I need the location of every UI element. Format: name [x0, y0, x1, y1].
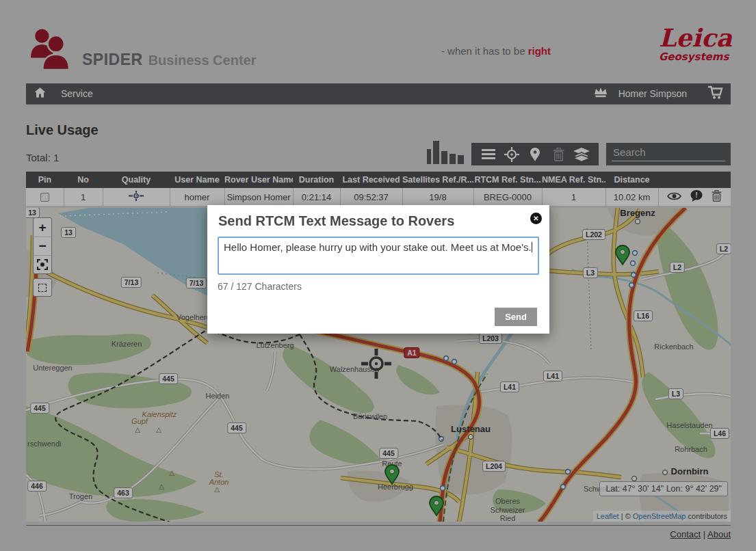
col-no: No: [64, 172, 103, 188]
zoom-out-button[interactable]: −: [34, 237, 51, 255]
search-underline: [612, 161, 725, 161]
total-count: Total: 1: [26, 152, 59, 165]
box-select-icon: [38, 284, 47, 292]
map-label: Büriswilen: [353, 412, 387, 420]
search-box: [606, 143, 731, 165]
send-button[interactable]: Send: [495, 308, 537, 326]
col-user-name: User Name: [170, 172, 224, 188]
road-badge: 446: [27, 481, 47, 492]
col-distance: Distance: [605, 172, 658, 188]
map-label: Lutzenberg: [256, 341, 294, 349]
map-label: Bregenz: [620, 208, 655, 218]
bar-chart-icon[interactable]: [427, 141, 464, 165]
road-badge: 445: [227, 422, 246, 433]
col-quality: Quality: [103, 172, 170, 188]
cell-distance: 10.02 km: [605, 188, 658, 206]
tagline-accent: right: [528, 45, 551, 57]
box-select-button[interactable]: [33, 278, 52, 297]
road-badge: 7/13: [186, 278, 207, 288]
road-badge: 463: [114, 487, 133, 498]
home-icon[interactable]: [34, 88, 46, 100]
app-subtitle: Business Center: [148, 53, 257, 68]
rover-marker-icon[interactable]: [615, 245, 630, 265]
search-input[interactable]: [606, 143, 731, 165]
peak-icon: △: [156, 426, 161, 433]
map-label: rschwendi: [27, 440, 62, 448]
map-label: Dornbirn: [671, 466, 709, 476]
message-textarea[interactable]: Hello Homer, please hurry up with your s…: [218, 237, 539, 275]
col-last-received: Last Received: [340, 172, 402, 188]
cell-last-received: 09:52:37: [340, 188, 402, 206]
road-badge: L41: [543, 371, 562, 381]
road-badge: L204: [482, 461, 506, 472]
page-footer: Contact | About: [26, 525, 731, 539]
map-label: Rohrbach: [675, 445, 707, 453]
cell-satellites: 19/8: [402, 188, 473, 206]
user-name[interactable]: Homer Simpson: [618, 88, 687, 99]
map-label: Schweizer: [491, 506, 525, 514]
town-circle: [631, 476, 637, 481]
road-badge: 445: [379, 448, 398, 459]
rover-marker-icon[interactable]: [429, 496, 444, 516]
cell-duration: 0:21:14: [293, 188, 340, 206]
shopping-cart-icon[interactable]: [707, 85, 724, 102]
menu-icon[interactable]: [477, 143, 500, 165]
brand-tagline: - when it has to be right: [441, 45, 551, 57]
road-badge: L3: [583, 267, 598, 278]
page-title: Live Usage: [26, 122, 756, 138]
road-badge: L2: [670, 262, 685, 273]
leaflet-link[interactable]: Leaflet: [597, 512, 619, 520]
map-pin-icon[interactable]: [523, 143, 547, 165]
send-rtcm-modal: Send RTCM Text Message to Rovers ✕ Hello…: [207, 205, 549, 334]
col-rtcm: RTCM Ref. Stn...: [473, 172, 542, 188]
road-badge: L202: [582, 229, 605, 240]
map-label: Haselstauden: [666, 421, 712, 429]
road-badge: 13: [26, 208, 40, 218]
center-extent-button[interactable]: [34, 255, 51, 273]
map-label: Trogen: [69, 492, 92, 500]
map-label: Kräzeren: [112, 340, 142, 348]
close-icon[interactable]: ✕: [530, 213, 542, 224]
road-badge: L41: [500, 381, 519, 392]
row-pin-checkbox[interactable]: [40, 193, 49, 202]
trash-icon[interactable]: [547, 143, 570, 165]
cell-nmea: 1: [542, 188, 605, 206]
road-badge: L2: [716, 243, 731, 254]
road-badge: L16: [634, 310, 653, 321]
footer-separator: |: [701, 529, 707, 539]
svg-text:!: !: [696, 190, 699, 198]
cell-no: 1: [64, 188, 103, 206]
table-row: 1 homer Simpson Homer 0:21:14 09:52:37 1…: [26, 188, 731, 206]
col-duration: Duration: [293, 172, 340, 188]
map-label: Oberes: [495, 497, 520, 505]
road-badge: 445: [159, 373, 178, 384]
leica-sub-wordmark: Geosystems: [659, 51, 727, 63]
nav-item-service[interactable]: Service: [61, 88, 93, 99]
rover-marker-icon[interactable]: [384, 464, 400, 485]
leica-logo: Leica Geosystems: [659, 25, 727, 63]
road-badge: L203: [479, 333, 502, 344]
message-text: Hello Homer, please hurry up with your s…: [224, 241, 532, 253]
map-crosshair-icon: [361, 349, 391, 379]
contact-link[interactable]: Contact: [670, 529, 701, 539]
osm-link[interactable]: OpenStreetMap: [633, 512, 686, 520]
character-count: 67 / 127 Characters: [218, 281, 539, 292]
eye-icon[interactable]: [667, 191, 681, 203]
town-circle: [662, 470, 668, 475]
col-nmea: NMEA Ref. Stn...: [542, 172, 605, 188]
col-actions: [658, 172, 731, 188]
map-toolbar: [471, 143, 599, 165]
zoom-in-button[interactable]: +: [34, 218, 51, 237]
cell-rover-user-name: Simpson Homer: [224, 188, 293, 206]
cell-rtcm: BREG-0000: [473, 188, 542, 206]
col-rover-user-name: Rover User Name: [224, 172, 293, 188]
quality-crosshair-icon: [129, 193, 144, 203]
layers-icon[interactable]: [570, 143, 593, 165]
peak-icon: △: [159, 483, 164, 490]
message-bubble-icon[interactable]: !: [690, 190, 703, 204]
target-icon[interactable]: [500, 143, 523, 165]
app-header: SPIDERBusiness Center - when it has to b…: [0, 0, 756, 83]
about-link[interactable]: About: [707, 529, 731, 539]
map-label: Vogelherd: [177, 313, 211, 321]
delete-row-trash-icon[interactable]: [712, 190, 722, 204]
